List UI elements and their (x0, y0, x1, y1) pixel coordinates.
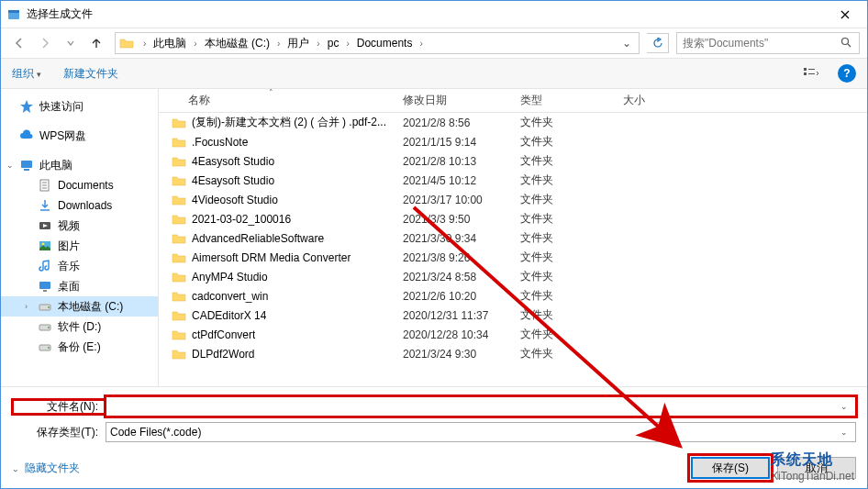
column-name[interactable]: 名称 (159, 89, 395, 112)
file-date: 2021/3/8 9:26 (395, 251, 513, 264)
file-row[interactable]: AnyMP4 Studio2021/3/24 8:58文件夹 (159, 267, 867, 286)
tree-quick-access[interactable]: 快速访问 (1, 96, 158, 117)
cloud-icon (19, 128, 34, 143)
hide-folders-link[interactable]: 隐藏文件夹 (12, 461, 80, 476)
window-title: 选择生成文件 (27, 6, 824, 22)
file-row[interactable]: cadconvert_win2021/2/6 10:20文件夹 (159, 286, 867, 306)
folder-icon (172, 116, 186, 130)
file-list[interactable]: (复制)-新建文本文档 (2) ( 合并 ) .pdf-2...2021/2/8… (159, 113, 867, 386)
tree-downloads[interactable]: Downloads (1, 195, 158, 216)
up-button[interactable] (85, 32, 107, 54)
crumb-this-pc[interactable]: 此电脑 (151, 36, 188, 51)
file-type: 文件夹 (513, 327, 616, 342)
filetype-field[interactable]: Code Files(*.code) ⌄ (106, 422, 856, 442)
column-type[interactable]: 类型 (513, 89, 616, 112)
file-name: 4Videosoft Studio (192, 194, 278, 206)
cancel-button[interactable]: 取消 (777, 457, 856, 479)
pc-icon (19, 158, 34, 172)
view-mode-button[interactable] (796, 63, 827, 83)
navigation-tree: 快速访问 WPS网盘 ⌄ 此电脑 Documents Downloads (1, 89, 159, 386)
documents-icon (38, 178, 52, 193)
file-row[interactable]: .FocusNote2021/1/15 9:14文件夹 (159, 132, 867, 151)
chevron-right-icon: › (138, 39, 151, 49)
file-name: .FocusNote (192, 136, 248, 149)
column-size[interactable]: 大小 (616, 89, 867, 112)
crumb-users[interactable]: 用户 (285, 36, 311, 51)
file-type: 文件夹 (513, 153, 616, 169)
close-button[interactable] (824, 2, 865, 28)
tree-music[interactable]: 音乐 (1, 256, 158, 276)
file-row[interactable]: 4Easysoft Studio2021/2/8 10:13文件夹 (159, 151, 867, 171)
file-date: 2020/12/31 11:37 (395, 309, 513, 322)
folder-icon (119, 36, 134, 50)
chevron-down-icon[interactable]: ⌄ (837, 428, 851, 437)
svg-rect-13 (39, 282, 50, 289)
tree-wps[interactable]: WPS网盘 (1, 126, 158, 146)
forward-button[interactable] (34, 32, 56, 54)
column-date[interactable]: 修改日期 (395, 89, 513, 112)
file-name: 4Easysoft Studio (192, 155, 274, 168)
recent-dropdown[interactable] (60, 32, 82, 54)
tree-drive-e[interactable]: 备份 (E:) (1, 337, 158, 357)
file-type: 文件夹 (513, 346, 616, 361)
chevron-down-icon[interactable]: ⌄ (837, 402, 851, 411)
file-type: 文件夹 (513, 192, 616, 207)
downloads-icon (38, 198, 52, 213)
pictures-icon (38, 239, 52, 253)
svg-rect-4 (804, 72, 807, 75)
file-row[interactable]: 4Videosoft Studio2021/3/17 10:00文件夹 (159, 190, 867, 209)
tree-desktop[interactable]: 桌面 (1, 276, 158, 296)
drive-icon (38, 319, 52, 334)
refresh-button[interactable] (647, 33, 669, 53)
tree-drive-d[interactable]: 软件 (D:) (1, 317, 158, 337)
help-button[interactable]: ? (838, 64, 856, 83)
svg-rect-8 (24, 169, 29, 171)
file-row[interactable]: CADEditorX 142020/12/31 11:37文件夹 (159, 306, 867, 325)
file-row[interactable]: ctPdfConvert2020/12/28 10:34文件夹 (159, 325, 867, 344)
crumb-pc[interactable]: pc (326, 37, 341, 50)
file-name: 4Esaysoft Studio (192, 174, 274, 187)
file-row[interactable]: 4Esaysoft Studio2021/4/5 10:12文件夹 (159, 171, 867, 190)
file-date: 2021/3/24 8:58 (395, 271, 513, 283)
search-box[interactable] (676, 32, 860, 54)
file-row[interactable]: AdvancedReliableSoftware2021/3/30 9:34文件… (159, 228, 867, 248)
svg-point-20 (48, 347, 50, 349)
search-input[interactable] (683, 37, 840, 50)
filename-field[interactable]: ⌄ (106, 396, 856, 417)
tree-documents[interactable]: Documents (1, 175, 158, 195)
file-date: 2021/1/15 9:14 (395, 136, 513, 149)
breadcrumb-dropdown[interactable]: ⌄ (618, 37, 635, 50)
save-button[interactable]: 保存(S) (691, 457, 770, 479)
file-type: 文件夹 (513, 172, 616, 188)
back-button[interactable] (8, 32, 30, 54)
tree-this-pc[interactable]: ⌄ 此电脑 (1, 155, 158, 175)
svg-rect-14 (43, 290, 47, 292)
folder-icon (172, 328, 186, 342)
svg-rect-7 (21, 161, 32, 168)
filename-input[interactable] (110, 400, 837, 413)
file-row[interactable]: DLPdf2Word2021/3/24 9:30文件夹 (159, 344, 867, 363)
file-name: Aimersoft DRM Media Converter (192, 251, 351, 264)
file-type: 文件夹 (513, 250, 616, 265)
expander-icon[interactable]: ⌄ (6, 161, 16, 170)
crumb-documents[interactable]: Documents (355, 37, 415, 50)
file-date: 2021/3/17 10:00 (395, 194, 513, 206)
file-row[interactable]: Aimersoft DRM Media Converter2021/3/8 9:… (159, 248, 867, 267)
tree-pictures[interactable]: 图片 (1, 236, 158, 256)
svg-rect-6 (808, 73, 815, 74)
expander-icon[interactable]: › (25, 302, 34, 311)
tree-videos[interactable]: 视频 (1, 216, 158, 236)
breadcrumb[interactable]: › 此电脑 › 本地磁盘 (C:) › 用户 › pc › Documents … (115, 32, 640, 54)
folder-icon (172, 308, 186, 323)
search-icon (840, 37, 853, 50)
new-folder-button[interactable]: 新建文件夹 (63, 66, 118, 82)
file-row[interactable]: (复制)-新建文本文档 (2) ( 合并 ) .pdf-2...2021/2/8… (159, 113, 867, 132)
tree-drive-c[interactable]: › 本地磁盘 (C:) (1, 296, 158, 317)
organize-menu[interactable]: 组织 (12, 66, 41, 82)
svg-rect-5 (808, 69, 815, 70)
crumb-drive-c[interactable]: 本地磁盘 (C:) (203, 36, 272, 51)
drive-icon (38, 299, 52, 314)
file-row[interactable]: 2021-03-02_1000162021/3/3 9:50文件夹 (159, 209, 867, 228)
chevron-right-icon: › (340, 39, 354, 49)
file-name: CADEditorX 14 (192, 309, 266, 322)
